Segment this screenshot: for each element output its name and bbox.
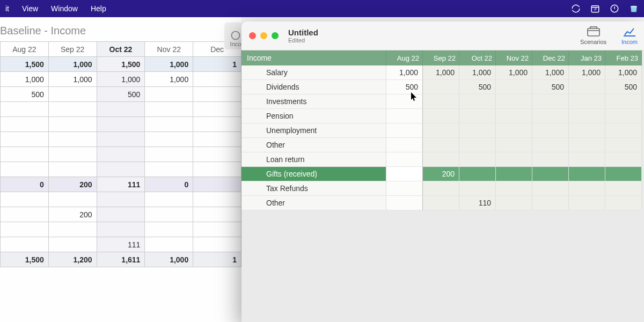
fg-row-label[interactable]: Gifts (received) <box>241 167 386 181</box>
menu-edit[interactable]: it <box>5 4 9 13</box>
fg-cell[interactable] <box>569 152 605 167</box>
fg-cell[interactable] <box>496 181 532 196</box>
fg-cell[interactable] <box>569 94 605 109</box>
fg-cell[interactable] <box>459 152 496 167</box>
bg-cell[interactable] <box>48 102 97 117</box>
bg-cell[interactable] <box>193 72 241 87</box>
fg-cell[interactable] <box>459 109 496 123</box>
fg-cell[interactable] <box>459 138 496 152</box>
bg-cell[interactable]: 200 <box>48 177 97 192</box>
bg-cell[interactable] <box>145 147 193 162</box>
fg-cell[interactable]: 500 <box>386 80 423 94</box>
fg-cell[interactable] <box>532 152 569 167</box>
fg-cell[interactable] <box>569 167 605 181</box>
fg-cell[interactable] <box>569 138 605 152</box>
fg-cell[interactable] <box>605 138 642 152</box>
fg-cell[interactable] <box>459 181 496 196</box>
bg-cell[interactable]: 500 <box>97 87 145 102</box>
bg-cell[interactable] <box>1 192 49 207</box>
fg-cell[interactable] <box>459 94 496 109</box>
fg-cell[interactable] <box>496 152 532 167</box>
bg-cell[interactable] <box>1 117 49 132</box>
fg-cell[interactable] <box>386 167 423 181</box>
fg-cell[interactable] <box>605 196 642 210</box>
bg-cell[interactable]: 1,000 <box>97 72 145 87</box>
fg-col-header[interactable]: Oct 22 <box>459 50 496 65</box>
fg-row-label[interactable]: Pension <box>241 109 386 123</box>
bg-col-header[interactable]: Aug 22 <box>1 42 49 57</box>
fg-cell[interactable]: 500 <box>605 80 642 94</box>
bg-cell[interactable]: 1,000 <box>145 252 193 267</box>
fg-cell[interactable] <box>423 152 459 167</box>
bg-cell[interactable]: 1,000 <box>145 57 193 72</box>
fg-cell[interactable]: 500 <box>459 80 496 94</box>
fg-cell[interactable] <box>569 109 605 123</box>
fg-cell[interactable] <box>532 94 569 109</box>
fg-titlebar[interactable]: Untitled Edited Scenarios Incom <box>241 21 644 50</box>
fg-cell[interactable] <box>532 123 569 138</box>
fg-row-label[interactable]: Tax Refunds <box>241 181 386 196</box>
fg-cell[interactable] <box>459 167 496 181</box>
fg-row-label[interactable]: Dividends <box>241 80 386 94</box>
fg-cell[interactable] <box>386 152 423 167</box>
bg-cell[interactable] <box>193 237 241 252</box>
bg-cell[interactable] <box>48 192 97 207</box>
bg-cell[interactable]: 1 <box>193 57 241 72</box>
fg-cell[interactable] <box>532 167 569 181</box>
fg-cell[interactable] <box>423 181 459 196</box>
bg-cell[interactable]: 1,000 <box>48 57 97 72</box>
fg-col-header[interactable]: Dec 22 <box>532 50 569 65</box>
fg-cell[interactable] <box>386 109 423 123</box>
bg-cell[interactable] <box>193 207 241 222</box>
fg-cell[interactable] <box>569 196 605 210</box>
bg-cell[interactable] <box>193 177 241 192</box>
bg-cell[interactable] <box>193 102 241 117</box>
bg-cell[interactable] <box>97 117 145 132</box>
fg-cell[interactable]: 1,000 <box>496 65 532 80</box>
fg-cell[interactable] <box>532 181 569 196</box>
bg-cell[interactable]: 111 <box>97 237 145 252</box>
scenarios-button[interactable]: Scenarios <box>580 26 606 45</box>
fg-cell[interactable]: 1,000 <box>386 65 423 80</box>
bg-cell[interactable]: 200 <box>48 207 97 222</box>
fg-cell[interactable] <box>569 181 605 196</box>
power-icon[interactable] <box>610 4 619 13</box>
bg-cell[interactable] <box>145 222 193 237</box>
bg-cell[interactable]: 0 <box>1 177 49 192</box>
bg-cell[interactable] <box>145 117 193 132</box>
calendar-icon[interactable]: 3 <box>590 4 600 13</box>
bg-cell[interactable] <box>193 132 241 147</box>
bg-cell[interactable] <box>193 147 241 162</box>
fg-cell[interactable] <box>386 196 423 210</box>
fg-cell[interactable] <box>423 196 459 210</box>
fg-cell[interactable] <box>605 181 642 196</box>
bg-cell[interactable] <box>1 162 49 177</box>
fg-cell[interactable] <box>605 94 642 109</box>
bg-cell[interactable] <box>1 222 49 237</box>
fg-cell[interactable]: 1,000 <box>605 65 642 80</box>
minimize-icon[interactable] <box>260 32 267 39</box>
bg-cell[interactable]: 500 <box>1 87 49 102</box>
bg-cell[interactable]: 1,200 <box>48 252 97 267</box>
sync-icon[interactable] <box>571 4 581 13</box>
fg-cell[interactable] <box>386 123 423 138</box>
bg-col-header[interactable]: Sep 22 <box>48 42 97 57</box>
fg-row-label[interactable]: Investments <box>241 94 386 109</box>
bg-cell[interactable] <box>145 132 193 147</box>
bg-cell[interactable] <box>145 162 193 177</box>
bg-cell[interactable] <box>48 87 97 102</box>
fg-row-label[interactable]: Unemployment <box>241 123 386 138</box>
bg-cell[interactable]: 1,611 <box>97 252 145 267</box>
bg-cell[interactable] <box>193 117 241 132</box>
bg-cell[interactable] <box>97 132 145 147</box>
trash-icon[interactable] <box>629 4 639 13</box>
zoom-icon[interactable] <box>272 32 279 39</box>
bg-cell[interactable] <box>97 162 145 177</box>
menu-view[interactable]: View <box>22 4 38 13</box>
bg-cell[interactable] <box>48 147 97 162</box>
fg-cell[interactable] <box>423 80 459 94</box>
bg-cell[interactable]: 1,500 <box>97 57 145 72</box>
bg-cell[interactable] <box>193 192 241 207</box>
fg-cell[interactable] <box>386 181 423 196</box>
traffic-lights[interactable] <box>249 32 279 39</box>
